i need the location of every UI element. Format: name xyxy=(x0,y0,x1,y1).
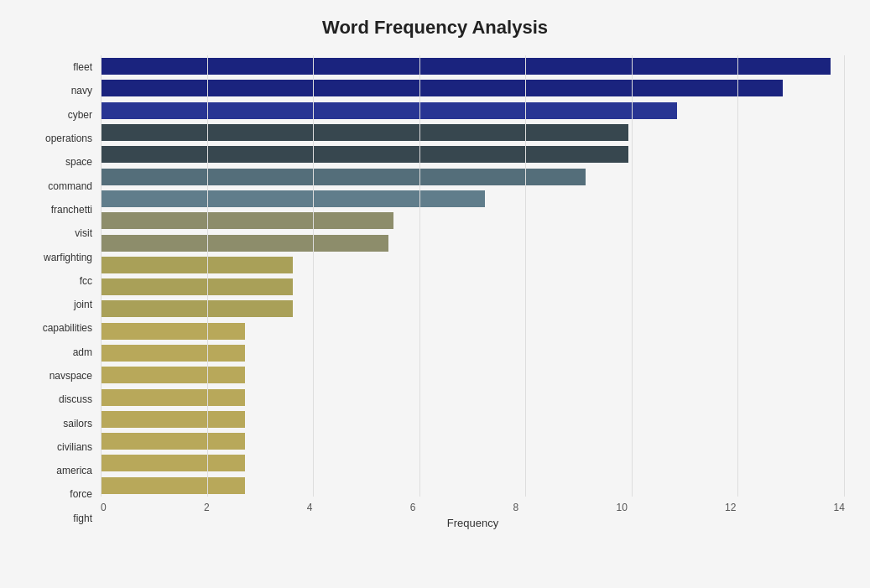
y-label: joint xyxy=(25,294,92,315)
bar xyxy=(101,169,586,185)
y-label: civilians xyxy=(25,437,92,457)
bar xyxy=(101,235,388,252)
x-axis: 02468101214 Frequency xyxy=(101,497,845,530)
y-label: command xyxy=(25,176,92,196)
bars-container xyxy=(101,55,845,497)
bar-row xyxy=(101,189,845,209)
bar xyxy=(101,278,293,295)
y-label: cyber xyxy=(25,105,92,125)
bar-row xyxy=(101,101,845,121)
bar-row xyxy=(101,122,845,143)
bar-row xyxy=(101,453,845,473)
bar xyxy=(101,190,485,207)
bar xyxy=(101,411,245,428)
x-tick-label: 12 xyxy=(725,502,736,513)
bar xyxy=(101,433,245,450)
bar xyxy=(101,477,245,494)
bar xyxy=(101,345,245,362)
bar-row xyxy=(101,56,845,76)
bar-row xyxy=(101,78,845,98)
bar-row xyxy=(101,388,845,408)
bar xyxy=(101,124,628,141)
bar xyxy=(101,300,293,317)
bar-row xyxy=(101,167,845,187)
y-label: fcc xyxy=(25,271,92,291)
x-tick-label: 14 xyxy=(834,502,845,513)
bar-row xyxy=(101,476,845,496)
y-label: discuss xyxy=(25,389,92,409)
bar-row xyxy=(101,233,845,253)
y-label: navspace xyxy=(25,366,92,386)
x-axis-label: Frequency xyxy=(101,517,845,529)
x-tick-label: 0 xyxy=(101,502,107,513)
y-label: sailors xyxy=(25,414,92,434)
bar xyxy=(101,212,393,229)
bar-row xyxy=(101,255,845,275)
y-label: operations xyxy=(25,128,92,148)
x-tick-label: 8 xyxy=(513,502,519,513)
bar xyxy=(101,455,245,471)
bar xyxy=(101,102,677,119)
y-label: franchetti xyxy=(25,200,92,220)
bar-row xyxy=(101,299,845,319)
bar-row xyxy=(101,409,845,429)
y-label: america xyxy=(25,461,92,481)
x-tick-label: 4 xyxy=(307,502,313,513)
bar xyxy=(101,146,628,163)
bar-row xyxy=(101,431,845,451)
y-label: fleet xyxy=(25,57,92,77)
y-label: visit xyxy=(25,223,92,243)
bar xyxy=(101,367,245,383)
y-label: force xyxy=(25,484,92,504)
x-tick-label: 2 xyxy=(204,502,210,513)
bar-row xyxy=(101,365,845,385)
y-axis: fleetnavycyberoperationsspacecommandfran… xyxy=(25,55,101,530)
y-label: warfighting xyxy=(25,247,92,268)
y-label: capabilities xyxy=(25,318,92,338)
y-label: space xyxy=(25,152,92,172)
bar-row xyxy=(101,277,845,297)
chart-container: Word Frequency Analysis fleetnavycyberop… xyxy=(0,0,870,588)
bar xyxy=(101,80,783,96)
x-tick-label: 6 xyxy=(410,502,416,513)
bar-row xyxy=(101,211,845,231)
y-label: navy xyxy=(25,81,92,101)
bar xyxy=(101,323,245,340)
bar xyxy=(101,389,245,406)
y-label: fight xyxy=(25,508,92,528)
bar-row xyxy=(101,321,845,341)
bar xyxy=(101,58,831,75)
bar-row xyxy=(101,343,845,363)
x-ticks: 02468101214 xyxy=(101,502,845,513)
bar-row xyxy=(101,144,845,164)
bar xyxy=(101,257,293,273)
y-label: adm xyxy=(25,342,92,362)
x-tick-label: 10 xyxy=(616,502,627,513)
chart-title: Word Frequency Analysis xyxy=(25,17,845,39)
